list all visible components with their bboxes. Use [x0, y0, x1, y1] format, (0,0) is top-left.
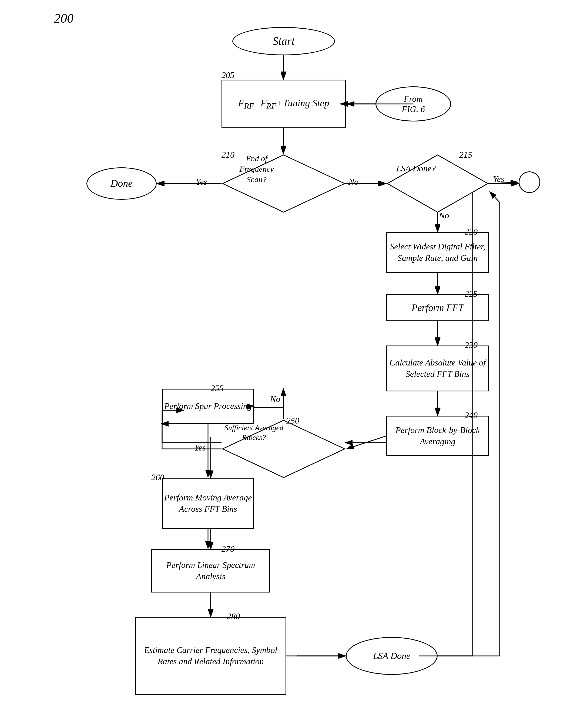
ref-205: 205 [221, 70, 234, 80]
ref-250: 250 [287, 416, 299, 426]
step-260: Perform Moving Average Across FFT Bins [162, 478, 254, 529]
step-280: Estimate Carrier Frequencies, Symbol Rat… [135, 617, 287, 695]
no-210: No [349, 177, 359, 187]
ref-230: 230 [465, 340, 478, 350]
ref-260: 260 [151, 472, 164, 482]
start-node: Start [232, 27, 335, 55]
step-255: Perform Spur Processing [162, 389, 254, 424]
ref-225: 225 [465, 289, 478, 299]
figure-label: 200 [54, 11, 73, 26]
ref-270: 270 [221, 544, 234, 554]
step-215: LSA Done? [386, 154, 489, 213]
svg-marker-19 [387, 155, 488, 212]
ref-255: 255 [211, 383, 224, 393]
svg-marker-20 [222, 420, 345, 478]
ref-240: 240 [465, 410, 478, 420]
ref-220: 220 [465, 227, 478, 237]
terminal-circle [519, 171, 540, 193]
yes-210: Yes [196, 177, 207, 187]
yes-215: Yes [493, 174, 504, 184]
step-220: Select Widest Digital Filter, Sample Rat… [386, 232, 489, 273]
step-250: Sufficient Averaged Blocks? [221, 419, 346, 479]
svg-marker-18 [222, 155, 345, 212]
step-210: End of Frequency Scan? [221, 154, 346, 213]
done-node: Done [86, 167, 157, 200]
step-240: Perform Block-by-Block Averaging [386, 416, 489, 456]
step-270: Perform Linear Spectrum Analysis [151, 549, 270, 592]
ref-210: 210 [221, 150, 234, 160]
step-230: Calculate Absolute Value of Selected FFT… [386, 346, 489, 391]
ref-215: 215 [459, 150, 472, 160]
no-250: No [270, 394, 280, 404]
ref-280: 280 [227, 611, 240, 621]
step-205: FRF=FRF+Tuning Step [221, 80, 346, 128]
no-215: No [439, 211, 449, 221]
from-fig6: FromFIG. 6 [376, 86, 451, 121]
yes-250: Yes [194, 443, 206, 453]
svg-line-32 [347, 436, 386, 449]
lsa-done-node: LSA Done [346, 637, 438, 675]
